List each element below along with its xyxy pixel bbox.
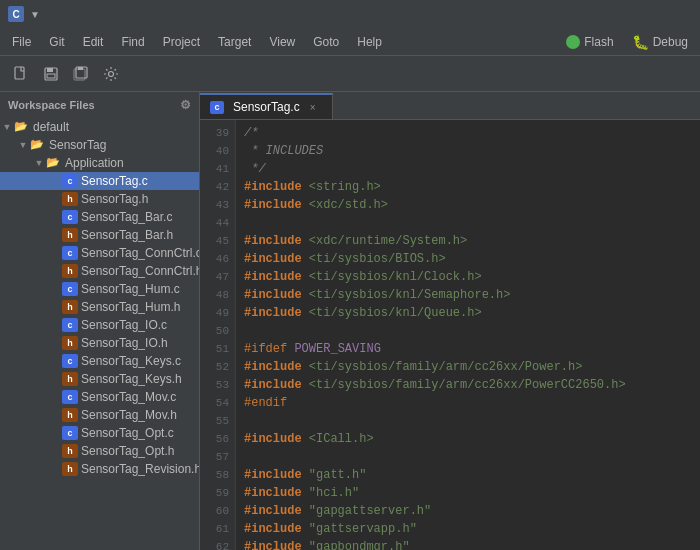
toolbar-save-all[interactable] — [68, 61, 94, 87]
tree-item-sensortag_revision_h[interactable]: hSensorTag_Revision.h — [0, 460, 199, 478]
tab-bar: c SensorTag.c × — [200, 92, 700, 120]
tree-item-sensortag_bar_c[interactable]: cSensorTag_Bar.c — [0, 208, 199, 226]
tree-item-label: SensorTag_Hum.h — [81, 300, 180, 314]
file-c-icon: c — [62, 390, 78, 404]
title-bar: C ▼ — [0, 0, 700, 28]
line-number: 58 — [200, 466, 229, 484]
code-line — [244, 214, 692, 232]
menu-git[interactable]: Git — [41, 31, 72, 53]
title-bar-dropdown[interactable]: ▼ — [30, 9, 40, 20]
file-c-icon: c — [62, 174, 78, 188]
tree-item-label: SensorTag_Keys.h — [81, 372, 182, 386]
tree-arrow — [16, 140, 30, 150]
tree-item-sensortag_h[interactable]: hSensorTag.h — [0, 190, 199, 208]
tree-item-sensortag_hum_c[interactable]: cSensorTag_Hum.c — [0, 280, 199, 298]
menu-help[interactable]: Help — [349, 31, 390, 53]
line-number: 39 — [200, 124, 229, 142]
tree-item-label: SensorTag_Mov.h — [81, 408, 177, 422]
tree-item-sensortag_connctrl_c[interactable]: cSensorTag_ConnCtrl.c — [0, 244, 199, 262]
line-number: 54 — [200, 394, 229, 412]
code-line: #include <ti/sysbios/knl/Clock.h> — [244, 268, 692, 286]
toolbar-new-file[interactable] — [8, 61, 34, 87]
tab-sensortag-c[interactable]: c SensorTag.c × — [200, 93, 333, 119]
code-line: #include "gatt.h" — [244, 466, 692, 484]
code-line: #include <ti/sysbios/knl/Queue.h> — [244, 304, 692, 322]
debug-icon: 🐛 — [632, 34, 649, 50]
file-h-icon: h — [62, 300, 78, 314]
menu-find[interactable]: Find — [113, 31, 152, 53]
tree-arrow — [32, 158, 46, 168]
code-line: #include <string.h> — [244, 178, 692, 196]
code-content[interactable]: /* * INCLUDES */#include <string.h>#incl… — [236, 120, 700, 550]
code-line: #include <ti/sysbios/family/arm/cc26xx/P… — [244, 376, 692, 394]
svg-rect-8 — [78, 67, 83, 70]
sidebar-gear-icon[interactable]: ⚙ — [180, 98, 191, 112]
tree-item-sensortag_mov_h[interactable]: hSensorTag_Mov.h — [0, 406, 199, 424]
toolbar — [0, 56, 700, 92]
code-line: #include "gattservapp.h" — [244, 520, 692, 538]
code-line: #include <ti/sysbios/family/arm/cc26xx/P… — [244, 358, 692, 376]
tree-item-label: SensorTag_IO.c — [81, 318, 167, 332]
svg-text:C: C — [12, 9, 19, 20]
flash-label: Flash — [584, 35, 613, 49]
file-h-icon: h — [62, 264, 78, 278]
menu-file[interactable]: File — [4, 31, 39, 53]
file-c-icon: c — [62, 210, 78, 224]
tree-item-label: SensorTag_Opt.c — [81, 426, 174, 440]
tree-item-application[interactable]: Application — [0, 154, 199, 172]
tree-item-sensortag_mov_c[interactable]: cSensorTag_Mov.c — [0, 388, 199, 406]
code-line: #include "gapgattserver.h" — [244, 502, 692, 520]
code-line: #ifdef POWER_SAVING — [244, 340, 692, 358]
tree-item-sensortag_io_c[interactable]: cSensorTag_IO.c — [0, 316, 199, 334]
tree-item-sensortag_opt_h[interactable]: hSensorTag_Opt.h — [0, 442, 199, 460]
tree-item-sensortag_connctrl_h[interactable]: hSensorTag_ConnCtrl.h — [0, 262, 199, 280]
line-number: 44 — [200, 214, 229, 232]
tree-item-sensortag_keys_c[interactable]: cSensorTag_Keys.c — [0, 352, 199, 370]
code-line: #include <xdc/runtime/System.h> — [244, 232, 692, 250]
tree-item-label: default — [33, 120, 69, 134]
tree-item-sensortag_keys_h[interactable]: hSensorTag_Keys.h — [0, 370, 199, 388]
sidebar-tree: defaultSensorTagApplicationcSensorTag.ch… — [0, 118, 199, 550]
file-h-icon: h — [62, 228, 78, 242]
line-number: 60 — [200, 502, 229, 520]
file-h-icon: h — [62, 462, 78, 476]
line-number: 46 — [200, 250, 229, 268]
tree-item-sensortag_opt_c[interactable]: cSensorTag_Opt.c — [0, 424, 199, 442]
tab-close-button[interactable]: × — [306, 100, 320, 114]
menu-edit[interactable]: Edit — [75, 31, 112, 53]
file-c-icon: c — [62, 426, 78, 440]
menu-project[interactable]: Project — [155, 31, 208, 53]
line-number: 59 — [200, 484, 229, 502]
file-h-icon: h — [62, 372, 78, 386]
menu-goto[interactable]: Goto — [305, 31, 347, 53]
code-line — [244, 322, 692, 340]
tree-item-label: SensorTag_Keys.c — [81, 354, 181, 368]
file-h-icon: h — [62, 444, 78, 458]
file-h-icon: h — [62, 408, 78, 422]
tree-item-sensortag_c[interactable]: cSensorTag.c — [0, 172, 199, 190]
toolbar-save[interactable] — [38, 61, 64, 87]
tree-item-label: Application — [65, 156, 124, 170]
tree-item-sensortag_hum_h[interactable]: hSensorTag_Hum.h — [0, 298, 199, 316]
debug-button[interactable]: 🐛 Debug — [624, 31, 696, 53]
code-line: #endif — [244, 394, 692, 412]
menu-view[interactable]: View — [261, 31, 303, 53]
menu-target[interactable]: Target — [210, 31, 259, 53]
tree-item-label: SensorTag.c — [81, 174, 148, 188]
tree-item-sensortag_io_h[interactable]: hSensorTag_IO.h — [0, 334, 199, 352]
line-number: 42 — [200, 178, 229, 196]
toolbar-settings[interactable] — [98, 61, 124, 87]
tab-file-icon: c — [210, 101, 224, 114]
tree-arrow — [0, 122, 14, 132]
tree-item-sensortag[interactable]: SensorTag — [0, 136, 199, 154]
svg-rect-5 — [47, 74, 55, 78]
tree-item-default[interactable]: default — [0, 118, 199, 136]
code-line: * INCLUDES — [244, 142, 692, 160]
flash-button[interactable]: Flash — [558, 32, 621, 52]
new-file-icon — [13, 66, 29, 82]
svg-rect-2 — [15, 67, 24, 79]
code-line: #include <ti/sysbios/BIOS.h> — [244, 250, 692, 268]
tree-item-sensortag_bar_h[interactable]: hSensorTag_Bar.h — [0, 226, 199, 244]
code-editor: 3940414243444546474849505152535455565758… — [200, 120, 700, 550]
line-number: 41 — [200, 160, 229, 178]
